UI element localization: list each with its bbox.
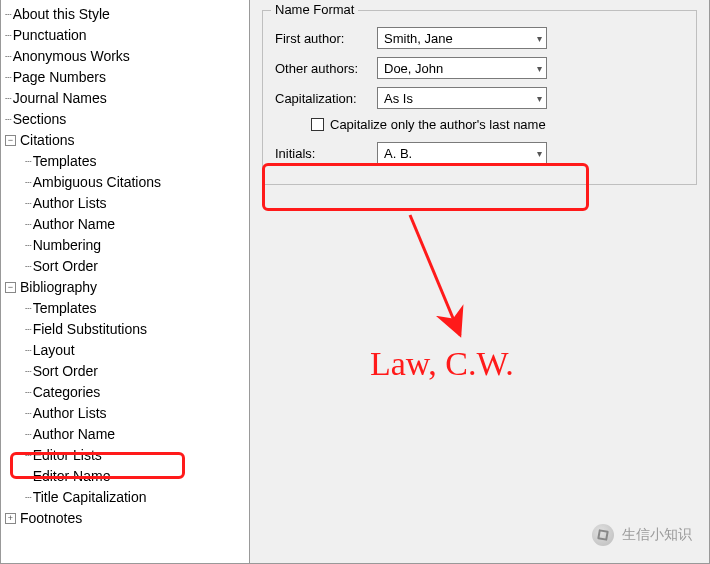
expand-icon[interactable]: + <box>5 513 16 524</box>
collapse-icon[interactable]: − <box>5 135 16 146</box>
tree-item-sections[interactable]: ┄Sections <box>5 109 249 130</box>
row-other-authors: Other authors: Doe, John ▾ <box>275 57 684 79</box>
other-authors-select[interactable]: Doe, John ▾ <box>377 57 547 79</box>
tree-item-field-subs[interactable]: ┄Field Substitutions <box>5 319 249 340</box>
capitalize-last-checkbox[interactable] <box>311 118 324 131</box>
style-tree[interactable]: ┄About this Style ┄Punctuation ┄Anonymou… <box>0 0 250 564</box>
chevron-down-icon: ▾ <box>537 93 542 104</box>
other-authors-label: Other authors: <box>275 61 377 76</box>
tree-item-title-cap[interactable]: ┄Title Capitalization <box>5 487 249 508</box>
name-format-fieldset: Name Format First author: Smith, Jane ▾ … <box>262 10 697 185</box>
row-first-author: First author: Smith, Jane ▾ <box>275 27 684 49</box>
select-value: A. B. <box>384 146 412 161</box>
tree-item-author-name[interactable]: ┄Author Name <box>5 214 249 235</box>
capitalize-last-label: Capitalize only the author's last name <box>330 117 546 132</box>
first-author-select[interactable]: Smith, Jane ▾ <box>377 27 547 49</box>
tree-item-sort-order[interactable]: ┄Sort Order <box>5 256 249 277</box>
tree-node-bibliography[interactable]: −Bibliography <box>5 277 249 298</box>
chevron-down-icon: ▾ <box>537 148 542 159</box>
watermark-text: 生信小知识 <box>622 526 692 544</box>
watermark-icon <box>592 524 614 546</box>
row-capitalization: Capitalization: As Is ▾ <box>275 87 684 109</box>
tree-item-ambiguous[interactable]: ┄Ambiguous Citations <box>5 172 249 193</box>
select-value: As Is <box>384 91 413 106</box>
tree-item-editor-name[interactable]: ┄Editor Name <box>5 466 249 487</box>
name-format-panel: Name Format First author: Smith, Jane ▾ … <box>250 0 710 564</box>
tree-item-editor-lists[interactable]: ┄Editor Lists <box>5 445 249 466</box>
tree-item-about[interactable]: ┄About this Style <box>5 4 249 25</box>
capitalization-label: Capitalization: <box>275 91 377 106</box>
tree-item-journal-names[interactable]: ┄Journal Names <box>5 88 249 109</box>
tree-item-page-numbers[interactable]: ┄Page Numbers <box>5 67 249 88</box>
chevron-down-icon: ▾ <box>537 63 542 74</box>
first-author-label: First author: <box>275 31 377 46</box>
tree-label: About this Style <box>13 4 110 25</box>
tree-item-categories[interactable]: ┄Categories <box>5 382 249 403</box>
tree-item-bib-sort[interactable]: ┄Sort Order <box>5 361 249 382</box>
select-value: Smith, Jane <box>384 31 453 46</box>
tree-item-bib-author-lists[interactable]: ┄Author Lists <box>5 403 249 424</box>
tree-item-anonymous[interactable]: ┄Anonymous Works <box>5 46 249 67</box>
tree-node-citations[interactable]: −Citations <box>5 130 249 151</box>
fieldset-legend: Name Format <box>271 2 358 17</box>
initials-label: Initials: <box>275 146 377 161</box>
tree-item-templates[interactable]: ┄Templates <box>5 151 249 172</box>
tree-node-footnotes[interactable]: +Footnotes <box>5 508 249 529</box>
select-value: Doe, John <box>384 61 443 76</box>
tree-item-layout[interactable]: ┄Layout <box>5 340 249 361</box>
initials-select[interactable]: A. B. ▾ <box>377 142 547 164</box>
tree-item-bib-templates[interactable]: ┄Templates <box>5 298 249 319</box>
watermark: 生信小知识 <box>592 524 692 546</box>
row-initials: Initials: A. B. ▾ <box>275 142 684 164</box>
capitalization-select[interactable]: As Is ▾ <box>377 87 547 109</box>
tree-item-author-lists[interactable]: ┄Author Lists <box>5 193 249 214</box>
row-capitalize-last[interactable]: Capitalize only the author's last name <box>311 117 684 132</box>
chevron-down-icon: ▾ <box>537 33 542 44</box>
collapse-icon[interactable]: − <box>5 282 16 293</box>
tree-item-punctuation[interactable]: ┄Punctuation <box>5 25 249 46</box>
tree-item-bib-author-name[interactable]: ┄Author Name <box>5 424 249 445</box>
tree-item-numbering[interactable]: ┄Numbering <box>5 235 249 256</box>
